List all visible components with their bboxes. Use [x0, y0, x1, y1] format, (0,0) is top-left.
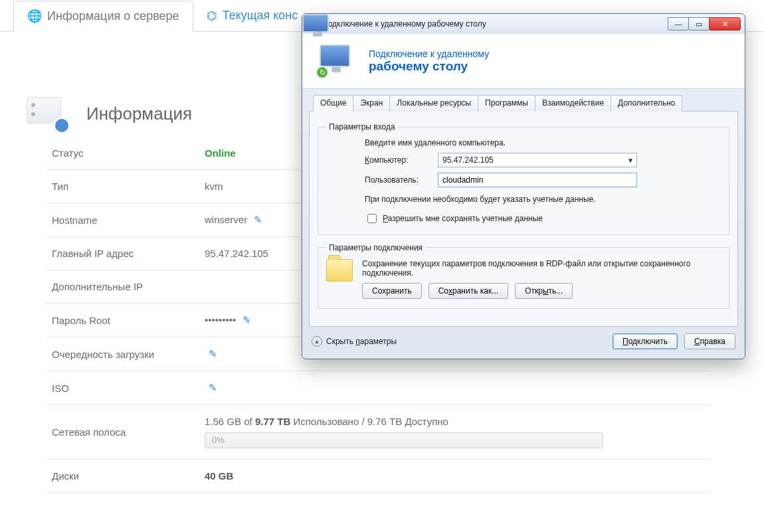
- save-as-button[interactable]: Сохранить как...: [429, 283, 509, 299]
- tab-advanced[interactable]: Дополнительно: [611, 95, 682, 112]
- cell-value: winserver: [205, 214, 247, 225]
- table-row: ISO ✎: [47, 371, 711, 405]
- close-button[interactable]: ✕: [709, 17, 741, 31]
- tab-local-resources[interactable]: Локальные ресурсы: [389, 95, 478, 112]
- globe-icon: 🌐: [27, 9, 42, 23]
- progress-pct: 0%: [212, 435, 225, 445]
- cell-label: Дополнительные IP: [47, 270, 199, 304]
- table-row: Диски 40 GB: [47, 460, 711, 493]
- window-title: Подключение к удаленному рабочему столу: [320, 19, 668, 29]
- tab-general[interactable]: Общие: [313, 95, 353, 112]
- hide-params-toggle[interactable]: ▲ Скрыть параметры: [312, 336, 397, 347]
- dialog-banner: ↻ Подключение к удаленному рабочему стол…: [302, 34, 745, 89]
- checkbox-input[interactable]: [367, 214, 377, 223]
- save-button[interactable]: Сохранить: [362, 283, 422, 299]
- connection-group: Параметры подключения Сохранение текущих…: [318, 243, 729, 309]
- pencil-icon[interactable]: ✎: [242, 314, 251, 325]
- banner-line2: рабочему столу: [369, 59, 489, 74]
- minimize-button[interactable]: —: [668, 17, 689, 31]
- user-input[interactable]: [438, 173, 637, 187]
- help-button[interactable]: Справка: [684, 333, 735, 349]
- cell-label: Статус: [47, 137, 199, 170]
- folder-icon: [326, 259, 353, 282]
- tab-programs[interactable]: Программы: [478, 95, 535, 112]
- tab-pane-general: Параметры входа Введите имя удаленного к…: [309, 111, 738, 327]
- status-badge: Online: [205, 147, 236, 159]
- rdp-banner-icon: ↻: [316, 43, 358, 79]
- computer-value: 95.47.242.105: [442, 155, 494, 165]
- chevron-up-icon: ▲: [312, 336, 322, 347]
- net-total: 9.77 TB: [255, 416, 290, 427]
- cell-label: Очередность загрузки: [47, 337, 199, 371]
- tab-display[interactable]: Экран: [353, 95, 390, 112]
- cell-label: Главный IP адрес: [47, 237, 199, 270]
- connection-group-legend: Параметры подключения: [326, 243, 425, 252]
- server-icon: [27, 97, 73, 130]
- cell-value: •••••••••: [205, 314, 236, 325]
- connect-button[interactable]: Подключить: [613, 333, 678, 349]
- dialog-footer: ▲ Скрыть параметры Подключить Справка: [302, 327, 745, 359]
- cell-label: Тип: [47, 170, 199, 203]
- rdp-dialog: Подключение к удаленному рабочему столу …: [302, 13, 745, 359]
- cell-label: Диски: [47, 460, 199, 493]
- dashboard-icon: ⌬: [207, 9, 217, 23]
- pencil-icon[interactable]: ✎: [209, 348, 217, 359]
- tab-label: Текущая конс: [223, 9, 298, 23]
- titlebar[interactable]: Подключение к удаленному рабочему столу …: [302, 14, 745, 34]
- cell-label: Пароль Root: [47, 304, 199, 337]
- banner-text: Подключение к удаленному рабочему столу: [369, 48, 489, 74]
- computer-label: Компьютер:: [365, 155, 431, 165]
- login-hint: Введите имя удаленного компьютера.: [365, 138, 721, 147]
- cell-label: ISO: [47, 371, 199, 405]
- chevron-down-icon: ▼: [627, 157, 634, 164]
- save-credentials-checkbox[interactable]: Разрешить мне сохранять учетные данные: [365, 212, 721, 225]
- cell-label: Hostname: [47, 203, 199, 237]
- login-group: Параметры входа Введите имя удаленного к…: [318, 122, 729, 235]
- open-button[interactable]: Открыть...: [515, 283, 573, 299]
- computer-icon: [326, 138, 355, 165]
- maximize-button[interactable]: ▭: [688, 17, 710, 31]
- section-title: Информация: [86, 104, 192, 124]
- dialog-tabs: Общие Экран Локальные ресурсы Программы …: [309, 89, 738, 111]
- net-avail: 9.76 TB Доступно: [367, 416, 448, 427]
- computer-combo[interactable]: 95.47.242.105 ▼: [438, 153, 637, 167]
- table-row: Сетевая полоса 1.56 GB of 9.77 TB Исполь…: [47, 405, 711, 460]
- banner-line1: Подключение к удаленному: [369, 48, 489, 59]
- net-used: 1.56 GB: [205, 416, 241, 427]
- user-label: Пользователь:: [365, 175, 431, 185]
- pencil-icon[interactable]: ✎: [209, 382, 217, 393]
- pencil-icon[interactable]: ✎: [254, 214, 262, 225]
- credentials-hint: При подключении необходимо будет указать…: [365, 194, 721, 205]
- tab-label: Информация о сервере: [47, 9, 179, 23]
- tab-current-console[interactable]: ⌬ Текущая конс: [193, 0, 312, 31]
- connection-hint: Сохранение текущих параметров подключени…: [362, 259, 721, 278]
- bandwidth-progress: 0%: [205, 432, 603, 448]
- tab-experience[interactable]: Взаимодействие: [535, 95, 611, 112]
- cell-label: Сетевая полоса: [47, 405, 199, 460]
- login-group-legend: Параметры входа: [326, 122, 398, 132]
- window-buttons: — ▭ ✕: [668, 17, 741, 31]
- cell-value: 40 GB: [205, 470, 233, 482]
- tab-server-info[interactable]: 🌐 Информация о сервере: [13, 1, 193, 32]
